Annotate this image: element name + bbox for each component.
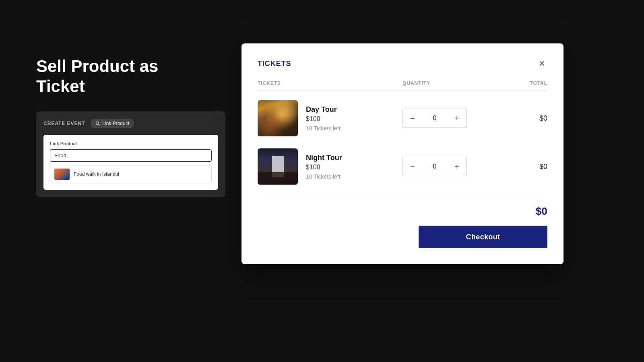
ticket-details-day: Day Tour $100 10 Tickets left <box>306 105 402 132</box>
close-button[interactable]: ✕ <box>536 58 547 69</box>
mini-link-btn-label: Link Product <box>102 121 129 126</box>
quantity-value-day: 0 <box>422 115 447 122</box>
modal-header: TICKETS ✕ <box>258 58 547 69</box>
increment-night-button[interactable]: + <box>447 157 466 176</box>
ticket-name-night: Night Tour <box>306 154 402 162</box>
ticket-info-day: Day Tour $100 10 Tickets left <box>258 100 402 136</box>
checkout-button[interactable]: Checkout <box>419 226 547 248</box>
increment-day-button[interactable]: + <box>447 109 466 128</box>
ticket-image-day <box>258 100 298 136</box>
search-icon <box>95 121 100 126</box>
ticket-name-day: Day Tour <box>306 105 402 114</box>
col-header-tickets: TICKETS <box>258 80 402 86</box>
svg-line-1 <box>99 124 100 125</box>
ticket-image-night <box>258 148 298 185</box>
col-header-total: TOTAL <box>491 80 547 86</box>
mini-search-input[interactable] <box>50 149 212 162</box>
mini-dropdown-item-label: Food walk in Istanbul <box>74 171 119 177</box>
ticket-total-night: $0 <box>491 162 547 171</box>
ticket-total-day: $0 <box>491 114 547 123</box>
divider <box>258 197 547 197</box>
mini-ui-card: CREATE EVENT Link Product Link Product F… <box>36 111 225 197</box>
left-panel: Sell Product asTicket CREATE EVENT Link … <box>36 56 229 197</box>
mini-link-product-button[interactable]: Link Product <box>91 119 134 128</box>
mini-create-event-label: CREATE EVENT <box>43 121 85 126</box>
decrement-day-button[interactable]: − <box>403 109 422 128</box>
col-header-quantity: QUANTITY <box>402 80 491 86</box>
decrement-night-button[interactable]: − <box>403 157 422 176</box>
mini-card-header: CREATE EVENT Link Product <box>43 119 218 128</box>
page-title: Sell Product asTicket <box>36 56 229 97</box>
modal-title: TICKETS <box>258 60 291 68</box>
ticket-row-night-tour: Night Tour $100 10 Tickets left − 0 + $0 <box>258 148 547 185</box>
grand-total: $0 <box>536 205 547 218</box>
svg-point-0 <box>96 121 99 124</box>
quantity-control-day: − 0 + <box>402 109 467 128</box>
tickets-modal: TICKETS ✕ TICKETS QUANTITY TOTAL Day Tou… <box>242 43 564 264</box>
mini-inner-card: Link Product Food walk in Istanbul <box>43 135 218 190</box>
table-headers: TICKETS QUANTITY TOTAL <box>258 80 547 90</box>
mini-dropdown-item[interactable]: Food walk in Istanbul <box>50 165 211 183</box>
ticket-info-night: Night Tour $100 10 Tickets left <box>258 148 402 185</box>
ticket-left-day: 10 Tickets left <box>306 125 402 132</box>
close-icon: ✕ <box>539 59 545 68</box>
mini-thumbnail <box>54 169 70 180</box>
quantity-value-night: 0 <box>422 163 447 170</box>
ticket-left-night: 10 Tickets left <box>306 173 402 180</box>
ticket-price-night: $100 <box>306 164 402 171</box>
ticket-row-day-tour: Day Tour $100 10 Tickets left − 0 + $0 <box>258 100 547 136</box>
mini-dropdown: Food walk in Istanbul <box>50 165 212 183</box>
ticket-price-day: $100 <box>306 115 402 123</box>
ticket-details-night: Night Tour $100 10 Tickets left <box>306 154 402 180</box>
quantity-control-night: − 0 + <box>402 157 467 176</box>
bottom-section: $0 Checkout <box>258 205 547 248</box>
mini-link-label: Link Product <box>50 141 212 146</box>
